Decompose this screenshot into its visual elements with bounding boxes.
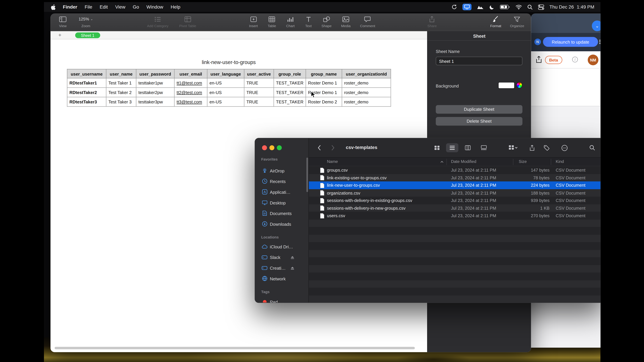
sort-ascending-icon[interactable] [440, 159, 444, 164]
info-icon[interactable]: i [572, 57, 578, 62]
horizontal-scrollbar[interactable] [55, 347, 415, 349]
sidebar-item-documents[interactable]: Documents [255, 209, 309, 218]
shape-button[interactable]: Shape [322, 15, 332, 28]
cell[interactable]: en-US [207, 88, 244, 97]
menu-file[interactable]: File [81, 4, 96, 9]
menu-window[interactable]: Window [143, 4, 167, 9]
sidebar-item-recents[interactable]: Recents [255, 177, 309, 186]
column-header[interactable]: user_password [136, 69, 174, 78]
cell[interactable]: roster_demo [342, 88, 391, 97]
cell[interactable]: TRUE [244, 88, 274, 97]
cell[interactable]: RDtestTaker2 [67, 88, 106, 97]
pivot-table-button[interactable]: Pivot Table [179, 15, 196, 28]
cell[interactable]: RDtestTaker3 [67, 97, 106, 106]
delete-sheet-button[interactable]: Delete Sheet [436, 117, 522, 125]
battery-charging-icon[interactable] [500, 4, 510, 9]
file-row[interactable]: users.csv Jul 23, 2024 at 2:11 PM 270 by… [309, 212, 600, 219]
insert-button[interactable]: Insert [249, 15, 258, 28]
cell[interactable]: roster_demo [342, 97, 391, 106]
format-button[interactable]: Format [490, 15, 501, 28]
control-center-icon[interactable] [538, 4, 544, 10]
column-header[interactable]: user_name [106, 69, 136, 78]
peaks-icon[interactable] [477, 5, 484, 9]
more-options-button[interactable] [562, 145, 568, 151]
cell[interactable]: TRUE [244, 97, 274, 106]
share-button[interactable]: Share [428, 15, 437, 28]
browser-collapse-button[interactable]: ⌄ [592, 20, 600, 31]
cell[interactable]: testtaker3pw [136, 97, 174, 106]
minimize-button[interactable] [270, 145, 274, 150]
menu-bar-clock[interactable]: Thu Dec 261:49 PM [550, 4, 594, 9]
cell[interactable]: testtaker2pw [136, 88, 174, 97]
cell[interactable]: Test Taker 1 [106, 78, 136, 88]
cell[interactable]: en-US [207, 78, 244, 88]
cell[interactable]: roster_demo [342, 78, 391, 88]
search-icon[interactable] [589, 145, 595, 150]
user-avatar[interactable]: NM [588, 55, 598, 65]
color-wheel-icon[interactable] [516, 82, 522, 88]
column-header[interactable]: group_role [274, 69, 306, 78]
cell[interactable]: Test Taker 2 [106, 88, 136, 97]
tag-icon[interactable] [544, 145, 550, 150]
sidebar-item-downloads[interactable]: Downloads [255, 220, 309, 228]
add-category-button[interactable]: Add Category [147, 15, 168, 28]
cell[interactable]: Roster Demo 1 [306, 78, 342, 88]
sidebar-item-airdrop[interactable]: AirDrop [255, 166, 309, 175]
sidebar-item-network[interactable]: Network [255, 274, 309, 283]
file-row[interactable]: sessions-with-delivery-in-new-groups.csv… [309, 204, 600, 212]
wifi-icon[interactable] [515, 4, 522, 9]
cell[interactable]: TEST_TAKER [274, 78, 306, 88]
cell[interactable]: testtaker1pw [136, 78, 174, 88]
cell[interactable]: TRUE [244, 78, 274, 88]
menu-edit[interactable]: Edit [96, 4, 112, 9]
list-view-button[interactable] [446, 143, 458, 152]
cell[interactable]: TEST_TAKER [274, 97, 306, 106]
comment-button[interactable]: Comment [360, 15, 375, 28]
column-name[interactable]: Name [327, 159, 338, 164]
duplicate-sheet-button[interactable]: Duplicate Sheet [436, 105, 522, 114]
focus-moon-icon[interactable] [489, 4, 494, 10]
column-divider[interactable] [513, 159, 513, 165]
column-view-button[interactable] [462, 143, 474, 152]
close-button[interactable] [262, 145, 267, 150]
file-row[interactable]: organizations.csv Jul 23, 2024 at 2:11 P… [309, 189, 600, 197]
cell[interactable]: Test Taker 3 [106, 97, 136, 106]
browser-menu-icon[interactable] [599, 40, 600, 44]
column-header[interactable]: user_username [67, 69, 106, 78]
column-divider[interactable] [446, 159, 447, 165]
upload-icon[interactable] [536, 56, 542, 65]
apple-menu[interactable] [44, 4, 59, 10]
file-row[interactable]: link-existing-user-to-groups.csv Jul 23,… [309, 174, 600, 181]
organize-button[interactable]: Organize [510, 15, 524, 28]
cell[interactable]: tt1@test.com [174, 78, 207, 88]
sheet-name-input[interactable] [436, 57, 522, 65]
cell[interactable]: TEST_TAKER [274, 88, 306, 97]
menu-help[interactable]: Help [167, 4, 184, 9]
media-button[interactable]: Media [341, 15, 351, 28]
sidebar-item-icloud[interactable]: iCloud Dri… [255, 242, 309, 251]
column-kind[interactable]: Kind [556, 159, 564, 164]
sidebar-item-applications[interactable]: A Applicati… [255, 188, 309, 196]
background-color-swatch[interactable] [498, 82, 515, 89]
cell[interactable]: tt3@test.com [174, 97, 207, 106]
column-header[interactable]: group_name [306, 69, 342, 78]
cell[interactable]: tt2@test.com [174, 88, 207, 97]
column-header[interactable]: user_language [207, 69, 244, 78]
column-size[interactable]: Size [519, 159, 527, 164]
eject-icon[interactable] [290, 266, 294, 271]
menu-finder[interactable]: Finder [59, 4, 81, 9]
cell[interactable]: en-US [207, 97, 244, 106]
zoom-control[interactable]: 125%⌄ Zoom [79, 15, 93, 28]
column-header[interactable]: user_email [174, 69, 207, 78]
spreadsheet-table[interactable]: user_username user_name user_password us… [67, 69, 391, 107]
column-header[interactable]: user_organizationId [342, 69, 391, 78]
zoom-button[interactable] [277, 145, 282, 150]
sidebar-item-creative[interactable]: Creati… [255, 264, 309, 272]
tab-sheet-1[interactable]: Sheet 1 [75, 32, 100, 38]
sync-icon[interactable] [451, 4, 457, 10]
file-row[interactable]: sessions-with-delivery-in-existing-group… [309, 197, 600, 204]
back-button[interactable] [318, 145, 321, 152]
screen-mirroring-indicator[interactable] [462, 4, 472, 10]
file-row-selected[interactable]: link-new-user-to-groups.csv Jul 23, 2024… [309, 181, 600, 189]
file-row[interactable]: groups.csv Jul 23, 2024 at 2:11 PM 147 b… [309, 166, 600, 174]
